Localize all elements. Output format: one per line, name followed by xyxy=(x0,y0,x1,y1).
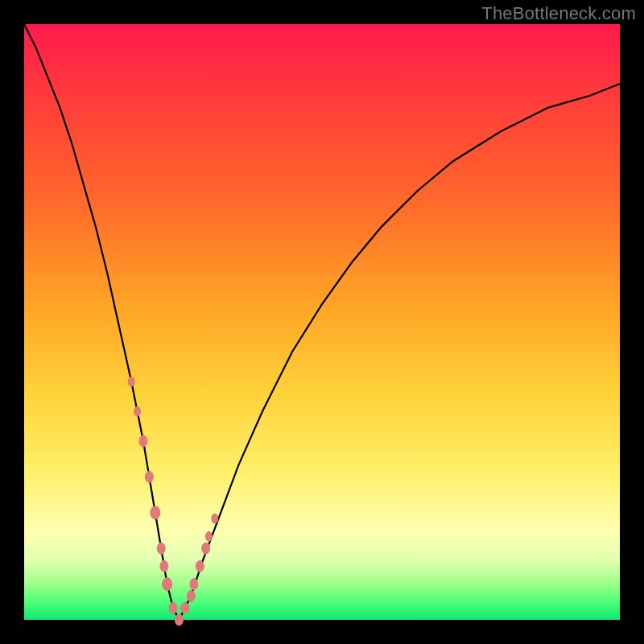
watermark-text: TheBottleneck.com xyxy=(481,3,636,24)
marker-point xyxy=(212,514,218,523)
marker-point xyxy=(169,602,177,613)
marker-point xyxy=(157,543,165,554)
curve-svg xyxy=(24,24,620,620)
marker-point xyxy=(163,578,172,591)
plot-area xyxy=(24,24,620,620)
marker-point xyxy=(190,579,198,590)
marker-point xyxy=(145,471,153,482)
marker-point xyxy=(160,560,168,572)
chart-frame: TheBottleneck.com xyxy=(0,0,644,644)
marker-point xyxy=(128,377,134,386)
marker-point xyxy=(202,543,210,554)
marker-point xyxy=(181,602,189,613)
marker-point xyxy=(134,407,141,416)
marker-point xyxy=(175,614,183,625)
marker-point xyxy=(205,531,212,541)
curve-markers xyxy=(128,377,218,625)
marker-point xyxy=(151,506,160,519)
marker-point xyxy=(187,590,195,601)
bottleneck-curve xyxy=(24,24,620,620)
marker-point xyxy=(139,436,147,447)
marker-point xyxy=(196,560,204,572)
